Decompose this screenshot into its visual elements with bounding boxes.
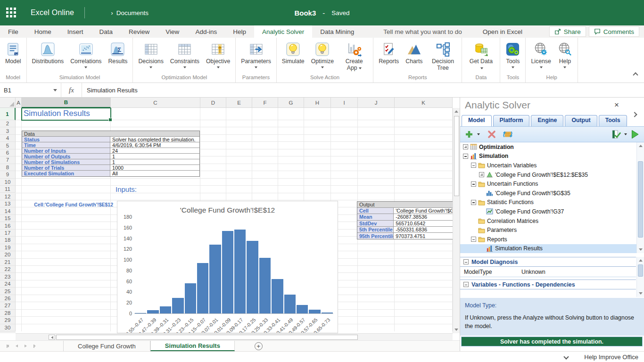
row-header-15[interactable]: 15 <box>0 215 16 222</box>
column-header-i[interactable]: I <box>331 98 358 108</box>
ribbon-button-model[interactable]: Model <box>2 40 25 66</box>
menu-tab-review[interactable]: Review <box>121 25 157 38</box>
scroll-down-icon[interactable] <box>454 329 458 331</box>
tree-item-optimization[interactable]: Optimization <box>460 142 644 152</box>
ribbon-button-simulate[interactable]: Simulate <box>279 40 308 66</box>
row-header-6[interactable]: 6 <box>0 149 16 156</box>
tree-item-correlation-matrices[interactable]: Correlation Matrices <box>460 216 644 226</box>
ribbon-button-results[interactable]: ΣResults <box>105 40 131 66</box>
row-header-30[interactable]: 30 <box>0 324 16 331</box>
row-header-21[interactable]: 21 <box>0 259 16 266</box>
previous-sheet-icon[interactable] <box>16 345 18 347</box>
formula-input[interactable]: Simulation Results <box>82 83 138 97</box>
row-header-7[interactable]: 7 <box>0 156 16 164</box>
row-header-28[interactable]: 28 <box>0 310 16 317</box>
tree-item-uncertain-variables[interactable]: Uncertain Variables <box>460 161 644 170</box>
row-header-1[interactable]: 1 <box>0 108 16 120</box>
row-header-25[interactable]: 25 <box>0 288 16 295</box>
breadcrumb[interactable]: › Documents <box>111 9 149 16</box>
tell-me-box[interactable]: Tell me what you want to do <box>375 25 470 38</box>
fx-icon[interactable]: fx <box>61 83 82 97</box>
row-header-10[interactable]: 10 <box>0 179 16 186</box>
expand-icon[interactable] <box>463 144 468 149</box>
ribbon-button-parameters[interactable]: Parameters <box>238 40 274 69</box>
row-header-14[interactable]: 14 <box>0 207 16 214</box>
dropdown-caret-icon[interactable] <box>321 66 324 68</box>
tree-item-uncertain-functions[interactable]: Uncertain Functions <box>460 179 644 189</box>
panel-tab-model[interactable]: Model <box>462 115 492 126</box>
ribbon-button-optimize[interactable]: Optimize <box>308 40 338 69</box>
column-header-j[interactable]: J <box>358 98 395 108</box>
menu-tab-data[interactable]: Data <box>91 25 121 38</box>
help-improve-office-link[interactable]: Help Improve Office <box>584 354 638 361</box>
tree-scroll-down-icon[interactable] <box>639 248 643 251</box>
close-panel-icon[interactable]: × <box>614 101 619 109</box>
model-diagnosis-header[interactable]: Model Diagnosis <box>460 257 636 267</box>
sections-scroll-up-icon[interactable] <box>639 259 643 262</box>
dropdown-caret-icon[interactable] <box>149 66 152 68</box>
solve-icon[interactable] <box>630 129 640 140</box>
vertical-scrollbar[interactable] <box>453 108 460 333</box>
dropdown-caret-icon[interactable] <box>255 66 257 68</box>
column-header-h[interactable]: H <box>304 98 331 108</box>
menu-tab-insert[interactable]: Insert <box>59 25 91 38</box>
ribbon-button-constraints[interactable]: Constraints <box>167 40 203 69</box>
breadcrumb-label[interactable]: Documents <box>116 9 149 16</box>
column-header-d[interactable]: D <box>200 98 226 108</box>
menu-tab-data-mining[interactable]: Data Mining <box>312 25 362 38</box>
sections-scroll-thumb[interactable] <box>638 264 643 277</box>
collapse-ribbon-icon[interactable] <box>634 70 637 79</box>
panel-tab-platform[interactable]: Platform <box>493 115 530 126</box>
column-header-a[interactable]: A <box>16 98 22 108</box>
sheet-tab-simulation-results[interactable]: Simulation Results <box>150 341 235 351</box>
panel-tab-engine[interactable]: Engine <box>531 115 563 126</box>
collapse-icon[interactable] <box>471 181 476 187</box>
column-header-c[interactable]: C <box>111 98 200 108</box>
collapse-icon[interactable] <box>471 163 476 168</box>
first-sheet-icon[interactable] <box>7 345 9 347</box>
row-header-27[interactable]: 27 <box>0 302 16 309</box>
comments-button[interactable]: Comments <box>589 26 639 37</box>
ribbon-button-correlations[interactable]: Correlations <box>67 40 105 69</box>
row-header-17[interactable]: 17 <box>0 230 16 237</box>
tree-item-college-fund-growth-g37[interactable]: 'College Fund Growth'!G37 <box>460 207 644 216</box>
scroll-up-icon[interactable] <box>454 110 458 113</box>
row-header-5[interactable]: 5 <box>0 142 16 149</box>
collapse-icon[interactable] <box>463 154 468 159</box>
next-sheet-icon[interactable] <box>25 345 27 347</box>
last-sheet-icon[interactable] <box>33 345 36 347</box>
horizontal-scroll-thumb[interactable] <box>56 335 358 340</box>
ribbon-button-decisions[interactable]: Decisions <box>135 40 166 69</box>
sheet-tab-college-fund-growth[interactable]: College Fund Growth <box>64 341 150 351</box>
row-header-13[interactable]: 13 <box>0 200 16 207</box>
open-in-excel-button[interactable]: Open in Excel <box>475 25 530 38</box>
ribbon-button-tools[interactable]: Tools <box>502 40 523 69</box>
tree-item-simulation-results[interactable]: Simulation Results <box>460 244 644 253</box>
ribbon-button-license[interactable]: License <box>528 40 554 69</box>
tree-item-reports[interactable]: Reports <box>460 235 644 244</box>
menu-tab-help[interactable]: Help <box>225 25 254 38</box>
dropdown-caret-icon[interactable] <box>563 66 566 68</box>
row-header-4[interactable]: 4 <box>0 135 16 142</box>
collapse-icon[interactable] <box>471 200 476 205</box>
ribbon-button-help[interactable]: Help <box>554 40 576 69</box>
ribbon-button-get-data[interactable]: Get Data <box>464 40 498 72</box>
row-header-24[interactable]: 24 <box>0 280 16 288</box>
menu-tab-view[interactable]: View <box>157 25 187 38</box>
tree-item-college-fund-growth-g-35[interactable]: 'College Fund Growth'!$G$35 <box>460 189 644 198</box>
footer-caret-icon[interactable] <box>564 354 569 359</box>
row-header-26[interactable]: 26 <box>0 295 16 302</box>
row-header-23[interactable]: 23 <box>0 273 16 280</box>
scroll-left-icon[interactable] <box>49 335 55 340</box>
ribbon-button-charts[interactable]: Charts <box>402 40 426 66</box>
column-header-k[interactable]: K <box>395 98 453 108</box>
tree-scroll-thumb[interactable] <box>638 161 643 238</box>
column-header-g[interactable]: G <box>278 98 304 108</box>
row-header-12[interactable]: 12 <box>0 193 16 200</box>
dependencies-header[interactable]: Variables - Functions - Dependencies <box>460 280 636 289</box>
ribbon-button-create-app[interactable]: Create App <box>337 40 371 72</box>
app-title[interactable]: Excel Online <box>31 8 74 17</box>
row-header-20[interactable]: 20 <box>0 251 16 258</box>
name-box[interactable]: B1 <box>0 83 61 97</box>
column-header-b[interactable]: B <box>22 98 111 108</box>
